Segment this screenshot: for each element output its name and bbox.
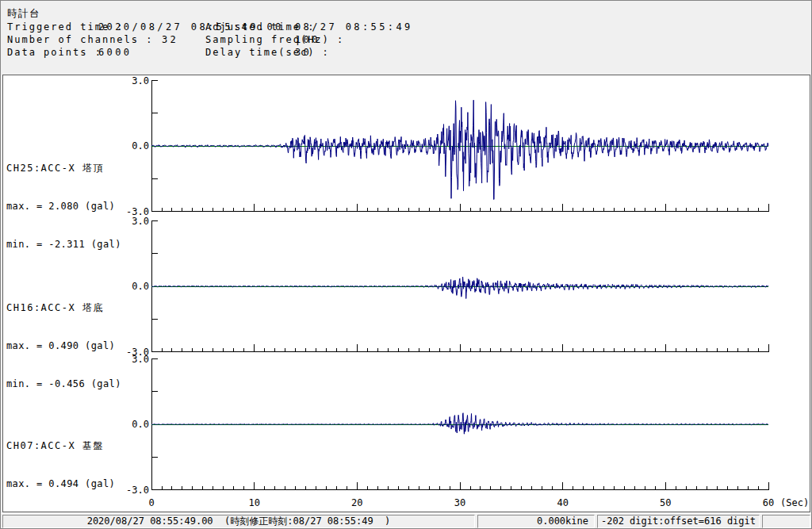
channel-info-ch07: CH07:ACC-X 基盤 max. = 0.494 (gal) min. = …	[6, 414, 121, 529]
chart-panel	[2, 75, 810, 512]
app-window: 時計台 Triggered time : 2020/08/27 08:55:49…	[0, 0, 812, 529]
channel-label: CH25:ACC-X 塔頂	[6, 162, 121, 174]
sampling-freq-value: 100	[295, 34, 320, 45]
adjusted-time-value: 08/27 08:55:49	[295, 21, 413, 33]
channel-label: CH07:ACC-X 基盤	[6, 439, 121, 452]
channel-max-value: max. = 2.080 (gal)	[6, 200, 121, 213]
status-bar: 2020/08/27 08:55:49.00 (時刻修正時刻:08/27 08:…	[1, 513, 811, 528]
channel-info-ch25: CH25:ACC-X 塔頂 max. = 2.080 (gal) min. = …	[6, 136, 121, 276]
data-points-label: Data points :	[7, 47, 102, 58]
sampling-freq-label: Sampling freq(Hz) :	[205, 34, 344, 45]
channel-max-value: max. = 0.490 (gal)	[6, 339, 121, 352]
channel-info-ch16: CH16:ACC-X 塔底 max. = 0.490 (gal) min. = …	[6, 276, 121, 416]
status-empty-field	[762, 515, 810, 528]
status-kine-field: 0.000kine	[477, 515, 595, 528]
channel-max-value: max. = 0.494 (gal)	[6, 477, 121, 490]
channel-min-value: min. = -2.311 (gal)	[6, 238, 121, 251]
status-time-field: 2020/08/27 08:55:49.00 (時刻修正時刻:08/27 08:…	[2, 515, 475, 528]
window-title: 時計台	[7, 7, 40, 21]
channel-label: CH16:ACC-X 塔底	[6, 301, 121, 314]
channel-count-label: Number of channels :	[7, 34, 154, 45]
status-digit-field: -202 digit:offset=616 digit	[597, 515, 760, 528]
data-points-value: 6000	[98, 47, 132, 58]
channel-count-value: 32	[162, 34, 178, 45]
channel-min-value: min. = -0.456 (gal)	[6, 378, 121, 390]
delay-time-value: 30	[295, 47, 312, 58]
